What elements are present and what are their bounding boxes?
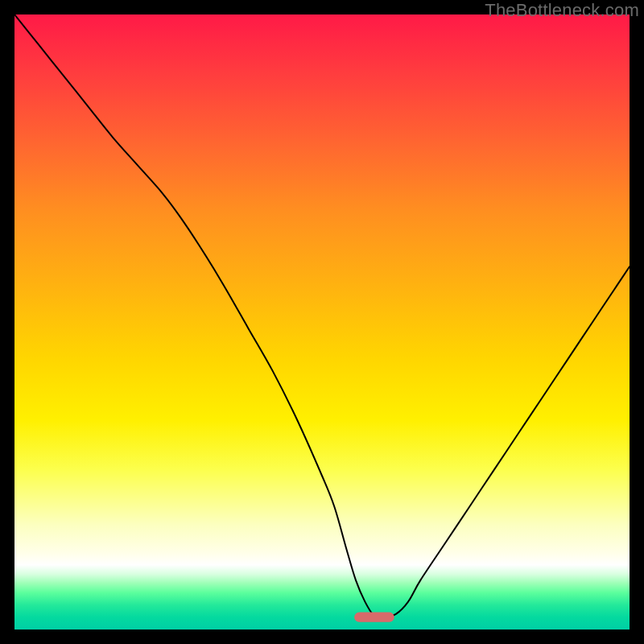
curve-layer: [14, 14, 630, 630]
plot-area: [14, 14, 630, 630]
optimum-marker: [354, 613, 394, 622]
chart-frame: TheBottleneck.com: [0, 0, 644, 644]
bottleneck-curve: [14, 14, 630, 617]
